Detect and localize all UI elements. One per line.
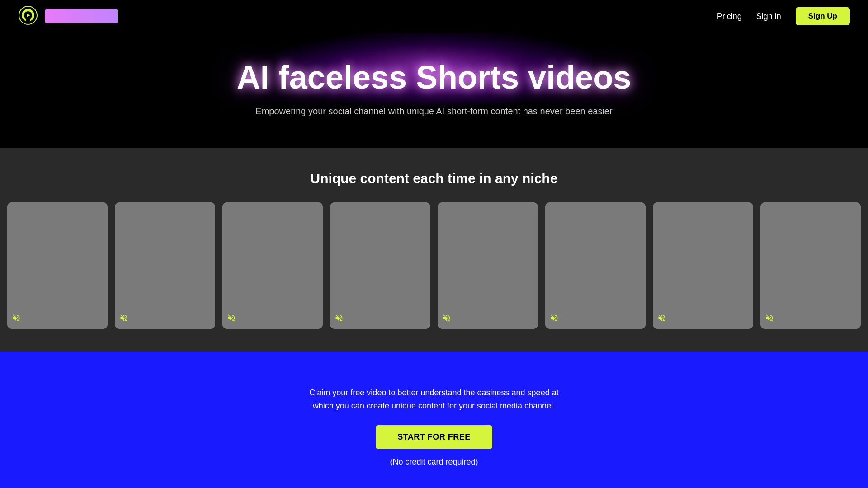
start-free-button[interactable]: START FOR FREE (376, 425, 492, 449)
video-card (438, 202, 538, 329)
video-section-heading: Unique content each time in any niche (0, 171, 868, 186)
mute-icon[interactable] (657, 314, 666, 324)
nav-left (18, 5, 118, 27)
mute-icon[interactable] (335, 314, 344, 324)
signin-link[interactable]: Sign in (756, 12, 781, 21)
video-card (115, 202, 215, 329)
mute-icon[interactable] (12, 314, 21, 324)
video-card (545, 202, 646, 329)
video-thumbnail (438, 202, 538, 329)
video-card (7, 202, 108, 329)
navbar: Pricing Sign in Sign Up (0, 0, 868, 33)
video-card (653, 202, 753, 329)
video-thumbnail (115, 202, 215, 329)
logo-text (45, 9, 118, 23)
mute-icon[interactable] (442, 314, 451, 324)
video-thumbnail (330, 202, 430, 329)
video-thumbnail (222, 202, 323, 329)
cta-description: Claim your free video to better understa… (18, 373, 850, 412)
mute-icon[interactable] (765, 314, 774, 324)
video-grid (0, 202, 868, 329)
nav-right: Pricing Sign in Sign Up (717, 7, 850, 25)
video-thumbnail (545, 202, 646, 329)
hero-section: AI faceless Shorts videos Empowering you… (0, 33, 868, 148)
video-card (760, 202, 861, 329)
mute-icon[interactable] (550, 314, 559, 324)
cta-sub-label: (No credit card required) (18, 455, 850, 469)
svg-marker-1 (27, 14, 30, 17)
mute-icon[interactable] (119, 314, 128, 324)
hero-headline: AI faceless Shorts videos (18, 60, 850, 95)
video-section: Unique content each time in any niche (0, 148, 868, 352)
video-card (222, 202, 323, 329)
video-card (330, 202, 430, 329)
mute-icon[interactable] (227, 314, 236, 324)
video-thumbnail (7, 202, 108, 329)
logo-icon (18, 5, 38, 27)
hero-subheadline: Empowering your social channel with uniq… (18, 106, 850, 117)
cta-banner: Claim your free video to better understa… (0, 352, 868, 488)
signup-button[interactable]: Sign Up (796, 7, 850, 25)
pricing-link[interactable]: Pricing (717, 12, 742, 21)
video-thumbnail (760, 202, 861, 329)
video-thumbnail (653, 202, 753, 329)
